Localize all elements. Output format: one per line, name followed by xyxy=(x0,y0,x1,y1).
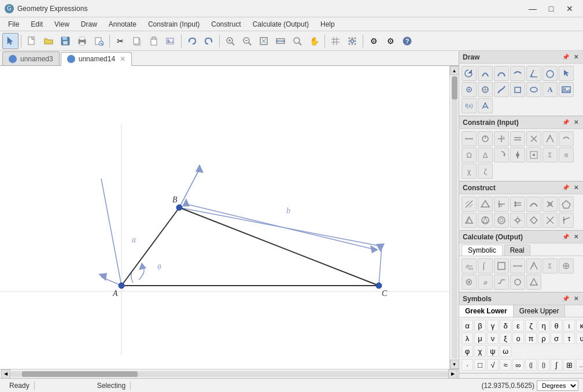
sym-rho[interactable]: ρ xyxy=(538,332,549,344)
sym-extra-8[interactable]: ∫ xyxy=(551,359,562,371)
construct-tool-13[interactable] xyxy=(543,213,558,228)
draw-tool-expression[interactable]: f(x) xyxy=(462,98,477,113)
constrain-panel-pin[interactable]: 📌 xyxy=(561,119,570,125)
calc-tool-11[interactable] xyxy=(510,275,525,290)
calculate-panel-pin[interactable]: 📌 xyxy=(561,234,570,240)
constrain-tool-5[interactable] xyxy=(526,131,541,146)
sym-omega[interactable]: ω xyxy=(500,345,511,357)
sym-extra-9[interactable]: ⊞ xyxy=(563,359,575,371)
constrain-tool-16[interactable]: ζ xyxy=(478,164,493,179)
calc-tool-8[interactable]: ⊗ xyxy=(462,275,477,290)
sym-theta[interactable]: θ xyxy=(551,320,562,331)
construct-tool-12[interactable] xyxy=(526,213,541,228)
tool-cut[interactable]: ✂ xyxy=(112,33,128,49)
maximize-button[interactable]: □ xyxy=(543,3,560,14)
draw-tool-curve[interactable] xyxy=(494,66,509,81)
sym-upsilon[interactable]: υ xyxy=(576,332,583,344)
sym-sigma[interactable]: σ xyxy=(551,332,562,344)
constrain-tool-14[interactable]: ≡ xyxy=(559,147,574,162)
constrain-tool-4[interactable] xyxy=(510,131,525,146)
construct-tool-4[interactable] xyxy=(510,197,525,212)
calc-tool-10[interactable] xyxy=(494,275,509,290)
sym-pi[interactable]: π xyxy=(525,332,537,344)
menu-help[interactable]: Help xyxy=(315,17,341,31)
sym-extra-5[interactable]: ∞ xyxy=(512,359,524,371)
sym-kappa[interactable]: κ xyxy=(576,320,583,331)
sym-extra-10[interactable]: … xyxy=(576,359,583,371)
tool-redo[interactable] xyxy=(201,33,217,49)
draw-tool-curve2[interactable] xyxy=(510,66,525,81)
tab-close-unnamed14[interactable]: ✕ xyxy=(120,55,126,63)
constrain-tool-6[interactable] xyxy=(543,131,558,146)
constrain-tool-10[interactable] xyxy=(494,147,509,162)
draw-tool-transform[interactable] xyxy=(478,98,493,113)
sym-tau[interactable]: τ xyxy=(563,332,575,344)
construct-tool-5[interactable] xyxy=(526,197,541,212)
tool-zoom-fit[interactable] xyxy=(256,33,272,49)
construct-tool-11[interactable] xyxy=(510,213,525,228)
draw-tool-intersect[interactable] xyxy=(478,82,493,97)
scroll-left-button[interactable]: ◀ xyxy=(1,369,10,379)
sym-tab-upper[interactable]: Greek Upper xyxy=(514,305,566,317)
tool-print-preview[interactable] xyxy=(91,33,107,49)
sym-extra-1[interactable]: · xyxy=(462,359,473,371)
minimize-button[interactable]: — xyxy=(524,3,541,14)
construct-tool-6[interactable] xyxy=(543,197,558,212)
sym-extra-3[interactable]: √ xyxy=(487,359,499,371)
sym-tab-lower[interactable]: Greek Lower xyxy=(459,305,514,317)
constrain-tool-15[interactable]: χ xyxy=(462,164,477,179)
draw-panel-pin[interactable]: 📌 xyxy=(561,54,570,60)
calc-tool-9[interactable]: ⌀ xyxy=(478,275,493,290)
scroll-track-horizontal[interactable] xyxy=(10,371,448,377)
sym-zeta[interactable]: ζ xyxy=(525,320,537,331)
sym-delta[interactable]: δ xyxy=(500,320,511,331)
sym-extra-4[interactable]: ≈ xyxy=(500,359,511,371)
draw-tool-select[interactable] xyxy=(462,66,477,81)
constrain-tool-9[interactable]: Δ xyxy=(478,147,493,162)
draw-tool-pointer[interactable] xyxy=(559,66,574,81)
sym-extra-6[interactable]: (| xyxy=(525,359,537,371)
construct-tool-14[interactable] xyxy=(559,213,574,228)
sym-omicron[interactable]: ο xyxy=(512,332,524,344)
scroll-down-button[interactable]: ▼ xyxy=(450,360,459,369)
tool-settings2[interactable]: ⚙ xyxy=(382,33,398,49)
sym-gamma[interactable]: γ xyxy=(487,320,499,331)
draw-tool-circle[interactable] xyxy=(543,66,558,81)
tool-new[interactable] xyxy=(24,33,40,49)
tool-paste[interactable] xyxy=(146,33,162,49)
tool-zoom-out[interactable] xyxy=(239,33,255,49)
draw-tool-point[interactable] xyxy=(462,82,477,97)
sym-alpha[interactable]: α xyxy=(462,320,473,331)
constrain-tool-11[interactable] xyxy=(510,147,525,162)
scroll-thumb-horizontal[interactable] xyxy=(22,371,138,377)
menu-constrain[interactable]: Constrain (Input) xyxy=(142,17,205,31)
menu-edit[interactable]: Edit xyxy=(25,17,49,31)
construct-tool-7[interactable] xyxy=(559,197,574,212)
sym-xi[interactable]: ξ xyxy=(500,332,511,344)
scroll-thumb-vertical[interactable] xyxy=(452,76,457,99)
vertical-scrollbar[interactable]: ▲ ▼ xyxy=(449,66,459,369)
constrain-panel-close[interactable]: ✕ xyxy=(573,119,580,125)
draw-tool-image[interactable] xyxy=(559,82,574,97)
calc-tool-7[interactable]: ⊕ xyxy=(559,258,574,273)
tool-settings1[interactable]: ⚙ xyxy=(366,33,382,49)
tool-grid[interactable] xyxy=(327,33,344,49)
menu-file[interactable]: File xyxy=(2,17,25,31)
tool-select[interactable] xyxy=(2,33,19,49)
construct-tool-3[interactable] xyxy=(494,197,509,212)
calculate-panel-close[interactable]: ✕ xyxy=(573,234,580,240)
menu-draw[interactable]: Draw xyxy=(75,17,103,31)
draw-tool-arc[interactable] xyxy=(478,66,493,81)
calc-tool-3[interactable] xyxy=(494,258,509,273)
calc-tool-12[interactable] xyxy=(526,275,541,290)
menu-annotate[interactable]: Annotate xyxy=(103,17,142,31)
sym-extra-7[interactable]: |) xyxy=(538,359,549,371)
menu-construct[interactable]: Construct xyxy=(205,17,246,31)
tool-copy[interactable] xyxy=(129,33,145,49)
draw-panel-close[interactable]: ✕ xyxy=(573,54,580,60)
constrain-tool-12[interactable] xyxy=(526,147,541,162)
calc-tool-1[interactable]: ddx xyxy=(462,258,477,273)
construct-panel-close[interactable]: ✕ xyxy=(573,184,580,191)
sym-phi[interactable]: φ xyxy=(462,345,473,357)
tool-zoom-region[interactable] xyxy=(289,33,305,49)
